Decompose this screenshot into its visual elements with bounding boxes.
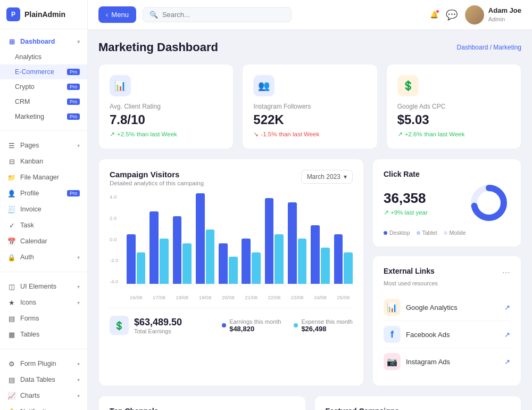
earn-item-expense: Expense this month $26,498 [294, 318, 353, 333]
notification-bell[interactable]: 🔔 [430, 11, 438, 19]
formplugin-icon: ⚙ [7, 359, 16, 368]
bottom-row: Top Channels ··· Source Visitors Revenue… [98, 396, 521, 410]
sidebar-item-marketing[interactable]: Marketing Pro [0, 109, 87, 124]
logo-area: P PlainAdmin [0, 0, 87, 29]
notification-dot [436, 10, 439, 13]
sidebar-item-crm[interactable]: CRM Pro [0, 94, 87, 109]
sidebar-item-calendar[interactable]: 📅 Calendar [0, 233, 87, 249]
y-axis: 4.0 2.0 0.0 -2.0 -4.0 [110, 194, 124, 284]
click-rate-change: ↗ +9% last year [384, 209, 428, 216]
ext-item-instagram: 📷 Instagram Ads ↗ [384, 348, 510, 375]
sidebar-item-task[interactable]: ✓ Task [0, 217, 87, 233]
top-channels-header: Top Channels ··· [110, 407, 295, 410]
chevron-datatables-icon: ▾ [77, 377, 80, 383]
sidebar-item-charts[interactable]: 📈 Charts ▾ [0, 388, 87, 404]
stats-row: 📊 Avg. Client Rating 7.8/10 ↗ +2.5% than… [98, 64, 521, 149]
bar-dark-2 [173, 216, 182, 284]
sidebar-item-auth[interactable]: 🔒 Auth ▾ [0, 249, 87, 265]
bar-dark-1 [149, 211, 159, 284]
task-icon: ✓ [7, 221, 16, 229]
legend-desktop: Desktop [384, 229, 410, 236]
legend-mobile: Mobile [444, 229, 466, 236]
sidebar-item-crypto[interactable]: Crypto Pro [0, 79, 87, 94]
sidebar-item-ui[interactable]: ◫ UI Elements ▾ [0, 278, 87, 294]
earnings-amount: $63,489.50 [134, 317, 182, 328]
ext-title: External Links [384, 267, 435, 275]
page-title: Marketing Dashboard [98, 40, 218, 54]
top-channels-more-button[interactable]: ··· [286, 407, 294, 410]
cpc-icon: 💲 [397, 75, 419, 96]
stat-card-cpc: 💲 Google Ads CPC $5.03 ↗ +2.6% than last… [386, 64, 521, 149]
sidebar-item-invoice[interactable]: 🧾 Invoice [0, 201, 87, 217]
ext-link-instagram[interactable]: ↗ [504, 358, 510, 366]
chevron-auth-icon: ▾ [77, 255, 80, 260]
x-labels: 16/0817/0818/0819/0820/0821/0822/0823/08… [127, 294, 353, 300]
click-legend: Desktop Tablet Mobile [384, 229, 510, 236]
ext-link-google[interactable]: ↗ [504, 304, 510, 311]
ext-subtitle: Most used resources [384, 280, 510, 286]
sidebar-item-kanban[interactable]: ⊟ Kanban [0, 153, 87, 169]
top-channels-card: Top Channels ··· Source Visitors Revenue… [98, 396, 306, 410]
main-row: Campaign Visitors Detailed analytics of … [98, 159, 521, 386]
sidebar-item-pages[interactable]: ☰ Pages ▾ [0, 137, 87, 153]
external-links-card: External Links ··· Most used resources 📊… [372, 256, 521, 386]
earn-dot-light [294, 323, 298, 327]
charts-icon: 📈 [7, 391, 16, 400]
bar-group-8 [311, 194, 329, 284]
bar-group-4 [219, 194, 237, 284]
auth-icon: 🔒 [7, 253, 16, 261]
bar-dark-9 [334, 234, 343, 284]
user-menu[interactable]: Adam Joe Admin [465, 5, 521, 24]
sidebar-item-forms[interactable]: ▤ Forms [0, 310, 87, 326]
sidebar-item-formplugin[interactable]: ⚙ Form Plugin ▾ [0, 356, 87, 372]
bar-group-1 [149, 194, 168, 284]
ext-name-facebook: Facebook Ads [406, 331, 499, 339]
sidebar: P PlainAdmin ⊞ Dashboard ▾ Analytics E-C… [0, 0, 88, 410]
sidebar-item-datatables[interactable]: ▤ Data Tables ▾ [0, 372, 87, 388]
sidebar-item-tables[interactable]: ▦ Tables [0, 326, 87, 342]
profile-icon: 👤 [7, 189, 16, 198]
ext-item-google: 📊 Google Analytics ↗ [384, 294, 510, 321]
x-label-7: 23/08 [288, 294, 306, 300]
stat-change-cpc: ↗ +2.6% than last Week [397, 130, 510, 138]
bar-dark-5 [242, 239, 251, 284]
sidebar-item-dashboard[interactable]: ⊞ Dashboard ▾ [0, 34, 87, 50]
message-icon[interactable]: 💬 [446, 9, 458, 21]
ext-header: External Links ··· [384, 267, 510, 278]
sidebar-item-notifications[interactable]: 🔔 Notifications [0, 404, 87, 410]
arrow-down-icon: ↘ [253, 130, 259, 138]
earnings-details: Earnings this month $48,820 Expense this… [222, 318, 353, 333]
sidebar-item-filemanager[interactable]: 📁 File Manager [0, 169, 87, 185]
kanban-icon: ⊟ [7, 157, 16, 166]
total-earnings: 💲 $63,489.50 Total Earnings [110, 316, 182, 335]
stat-card-rating: 📊 Avg. Client Rating 7.8/10 ↗ +2.5% than… [98, 64, 234, 149]
ui-icon: ◫ [7, 282, 16, 291]
google-analytics-icon: 📊 [384, 299, 401, 316]
stat-card-followers: 👥 Instagram Followers 522K ↘ -1.5% than … [242, 64, 377, 149]
profile-badge: Pro [67, 190, 80, 196]
donut-chart [468, 182, 510, 224]
bar-light-0 [137, 252, 146, 284]
featured-more-button[interactable]: ··· [502, 407, 510, 410]
tablet-dot [417, 231, 420, 235]
sidebar-item-profile[interactable]: 👤 Profile Pro [0, 185, 87, 201]
sidebar-item-analytics[interactable]: Analytics [0, 50, 87, 64]
followers-icon: 👥 [253, 75, 275, 96]
sidebar-item-icons[interactable]: ★ Icons ▾ [0, 294, 87, 310]
bar-light-3 [206, 229, 215, 284]
search-input[interactable] [162, 11, 285, 19]
stat-change-rating: ↗ +2.5% than last Week [110, 130, 222, 138]
chevron-ui-icon: ▾ [77, 284, 80, 290]
crypto-badge: Pro [67, 84, 80, 90]
ext-more-button[interactable]: ··· [502, 267, 510, 278]
earn-item-monthly: Earnings this month $48,820 [222, 318, 281, 333]
month-selector[interactable]: March 2023 ▾ [301, 170, 353, 184]
bar-dark-6 [265, 198, 274, 284]
earnings-dollar-icon: 💲 [110, 316, 129, 335]
featured-campaigns-card: Featured Campaigns 75% activity growth ·… [314, 396, 522, 410]
marketing-badge: Pro [67, 113, 80, 120]
ext-link-facebook[interactable]: ↗ [504, 331, 510, 339]
sidebar-item-ecommerce[interactable]: E-Commerce Pro [0, 64, 87, 79]
stat-label-followers: Instagram Followers [253, 103, 366, 110]
menu-button[interactable]: ‹ Menu [98, 6, 136, 23]
